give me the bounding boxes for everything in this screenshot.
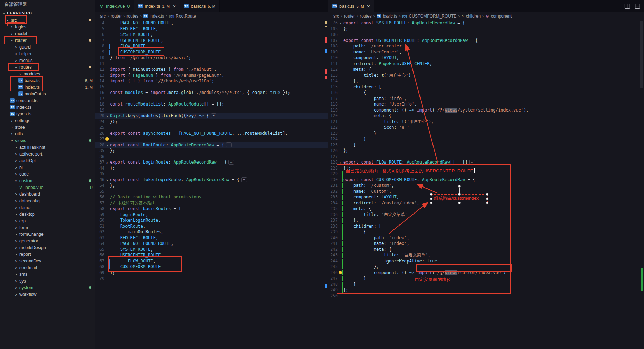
breadcrumb-item[interactable]: RootRoute bbox=[176, 14, 196, 19]
scrollbar-thumb[interactable] bbox=[640, 21, 643, 88]
code-line-126[interactable]: 126}; bbox=[328, 148, 644, 154]
editor-layout-icon[interactable] bbox=[635, 3, 640, 9]
code-line-36[interactable]: 36 bbox=[95, 154, 328, 160]
code-line-116[interactable]: 116 { bbox=[328, 90, 644, 96]
tree-folder-router[interactable]: ›router bbox=[0, 37, 95, 44]
code-line-243[interactable]: 243 title: '自定义菜单', bbox=[328, 252, 644, 258]
code-line-20[interactable]: 20›Object.keys(modules).forEach((key) =>… bbox=[95, 113, 328, 119]
code-line-10[interactable]: 10} from '/@/router/routes/basic'; bbox=[95, 55, 328, 61]
folded-code-badge[interactable]: ⋯ bbox=[469, 160, 475, 165]
lightbulb-icon[interactable] bbox=[339, 271, 342, 274]
tree-file-mainOut.ts[interactable]: TSmainOut.ts bbox=[0, 90, 95, 97]
code-line-127[interactable]: 127 bbox=[328, 154, 644, 160]
code-line-111[interactable]: 111 redirect: PageEnum.USER_CENTER, bbox=[328, 61, 644, 67]
code-line-56[interactable]: 56// Basic routing without permissions bbox=[95, 194, 328, 200]
code-line-121[interactable]: 121 title: t('用户中心'), bbox=[328, 119, 644, 125]
code-line-125[interactable]: 125 ] bbox=[328, 142, 644, 148]
code-line-117[interactable]: 117 path: 'info', bbox=[328, 96, 644, 102]
tree-folder-secondDev[interactable]: ›secondDev bbox=[0, 258, 95, 264]
code-editor-right[interactable]: 76›export const SYSTEM_ROUTE: AppRouteRe… bbox=[328, 20, 644, 349]
breadcrumb-item[interactable]: index.ts bbox=[150, 14, 164, 19]
code-line-12[interactable]: 12import { mainOutRoutes } from './mainO… bbox=[95, 66, 328, 72]
split-editor-icon[interactable] bbox=[624, 3, 630, 9]
code-line-128[interactable]: 128›export const FLOW_ROUTE: AppRouteRec… bbox=[328, 159, 644, 165]
breadcrumb-item[interactable]: children bbox=[466, 14, 481, 19]
fold-chevron-icon[interactable]: › bbox=[106, 178, 108, 182]
code-line-247[interactable]: 247 } bbox=[328, 275, 644, 281]
code-line-240[interactable]: 240 path: 'index', bbox=[328, 235, 644, 241]
tree-folder-bi[interactable]: ›bi bbox=[0, 164, 95, 171]
code-line-54[interactable]: 54}; bbox=[95, 183, 328, 189]
folded-code-badge[interactable]: ⋯ bbox=[211, 113, 216, 118]
code-line-5[interactable]: 5 REDIRECT_ROUTE, bbox=[95, 26, 328, 32]
fold-chevron-icon[interactable]: › bbox=[340, 161, 341, 165]
code-line-108[interactable]: 108 path: '/user-center', bbox=[328, 43, 644, 49]
explorer-more-actions-icon[interactable]: ⋯ bbox=[86, 2, 91, 7]
code-line-15[interactable]: 15 bbox=[95, 84, 328, 90]
tree-file-types.ts[interactable]: TStypes.ts bbox=[0, 110, 95, 117]
tree-folder-system[interactable]: ›system bbox=[0, 284, 95, 291]
code-line-118[interactable]: 118 name: 'UserInfo', bbox=[328, 101, 644, 107]
code-line-120[interactable]: 120 meta: { bbox=[328, 113, 644, 119]
tree-folder-generator[interactable]: ›generator bbox=[0, 237, 95, 244]
code-line-68[interactable]: 68 CUSTOMFORM_ROUTE bbox=[95, 264, 328, 270]
code-line-16[interactable]: 16const modules = import.meta.glob('./mo… bbox=[95, 90, 328, 96]
tree-folder-model[interactable]: ›model bbox=[0, 30, 95, 37]
tree-folder-menus[interactable]: ›menus bbox=[0, 57, 95, 64]
code-line-110[interactable]: 110 component: LAYOUT, bbox=[328, 55, 644, 61]
code-line-233[interactable]: 233 component: LAYOUT, bbox=[328, 194, 644, 200]
code-line-232[interactable]: 232 name: 'Custom', bbox=[328, 189, 644, 195]
folded-code-badge[interactable]: ⋯ bbox=[226, 142, 232, 147]
code-line-228[interactable]: 228}]; bbox=[328, 165, 644, 171]
code-line-242[interactable]: 242 meta: { bbox=[328, 247, 644, 253]
breadcrumb-item[interactable]: src bbox=[333, 14, 339, 19]
code-line-105[interactable]: 105}; bbox=[328, 26, 644, 32]
code-line-4[interactable]: 4 PAGE_NOT_FOUND_ROUTE, bbox=[95, 20, 328, 26]
tree-folder-helper[interactable]: ›helper bbox=[0, 50, 95, 57]
breadcrumb-item[interactable]: router bbox=[344, 14, 355, 19]
breadcrumb-item[interactable]: routes bbox=[126, 14, 138, 19]
folded-code-badge[interactable]: ⋯ bbox=[241, 177, 247, 182]
code-line-24[interactable]: 24}); bbox=[95, 119, 328, 125]
breadcrumb-item[interactable]: basic.ts bbox=[383, 14, 397, 19]
code-editor-middle[interactable]: 4 PAGE_NOT_FOUND_ROUTE,5 REDIRECT_ROUTE,… bbox=[95, 20, 328, 349]
tree-file-constant.ts[interactable]: TSconstant.ts bbox=[0, 97, 95, 104]
code-line-76[interactable]: 76›export const SYSTEM_ROUTE: AppRouteRe… bbox=[328, 20, 644, 26]
code-line-55[interactable]: 55 bbox=[95, 189, 328, 195]
tree-folder-routes[interactable]: ›routes bbox=[0, 64, 95, 70]
breadcrumb-item[interactable]: src bbox=[100, 14, 106, 19]
code-line-246[interactable]: 246 component: () => import('/@/views/cu… bbox=[328, 270, 644, 276]
code-line-19[interactable]: 19 bbox=[95, 107, 328, 113]
fold-chevron-icon[interactable]: › bbox=[340, 21, 341, 25]
code-line-7[interactable]: 7 USERCENTER_ROUTE, bbox=[95, 38, 328, 44]
tree-folder-guard[interactable]: ›guard bbox=[0, 44, 95, 50]
fold-chevron-icon[interactable]: › bbox=[106, 161, 108, 165]
more-actions-icon[interactable]: ⋯ bbox=[320, 3, 325, 8]
breadcrumb-item[interactable]: router bbox=[111, 14, 122, 19]
code-line-60[interactable]: 60 TokenLoginRoute, bbox=[95, 217, 328, 223]
code-line-106[interactable]: 106 bbox=[328, 32, 644, 38]
code-line-35[interactable]: 35}; bbox=[95, 148, 328, 154]
code-line-113[interactable]: 113 title: t('用户中心') bbox=[328, 72, 644, 78]
code-line-241[interactable]: 241 name: 'Index', bbox=[328, 241, 644, 247]
code-line-124[interactable]: 124 } bbox=[328, 136, 644, 142]
code-line-8[interactable]: 8 FLOW_ROUTE, bbox=[95, 43, 328, 49]
folded-code-badge[interactable]: ⋯ bbox=[228, 160, 234, 165]
tree-folder-dataconfig[interactable]: ›dataconfig bbox=[0, 197, 95, 204]
breadcrumb-item[interactable]: component bbox=[491, 14, 512, 19]
tree-folder-logics[interactable]: ›logics bbox=[0, 24, 95, 30]
code-line-6[interactable]: 6 SYSTEM_ROUTE, bbox=[95, 32, 328, 38]
tree-folder-workflow[interactable]: ›workflow bbox=[0, 291, 95, 298]
code-line-13[interactable]: 13import { PageEnum } from '/@/enums/pag… bbox=[95, 72, 328, 78]
tree-folder-src[interactable]: ›src bbox=[0, 17, 95, 24]
tab-basic.ts[interactable]: TSbasic.ts5, M bbox=[180, 0, 220, 12]
tree-folder-modules[interactable]: ›modules bbox=[0, 70, 95, 77]
code-line-245[interactable]: 245 }, bbox=[328, 264, 644, 270]
fold-chevron-icon[interactable]: › bbox=[106, 144, 108, 147]
tree-folder-form[interactable]: ›form bbox=[0, 224, 95, 231]
code-line-122[interactable]: 122 icon: '8 ' bbox=[328, 125, 644, 131]
close-icon[interactable]: × bbox=[367, 4, 370, 9]
lightbulb-icon[interactable] bbox=[105, 137, 109, 141]
code-line-114[interactable]: 114 }, bbox=[328, 78, 644, 84]
code-line-69[interactable]: 69]; bbox=[95, 270, 328, 276]
